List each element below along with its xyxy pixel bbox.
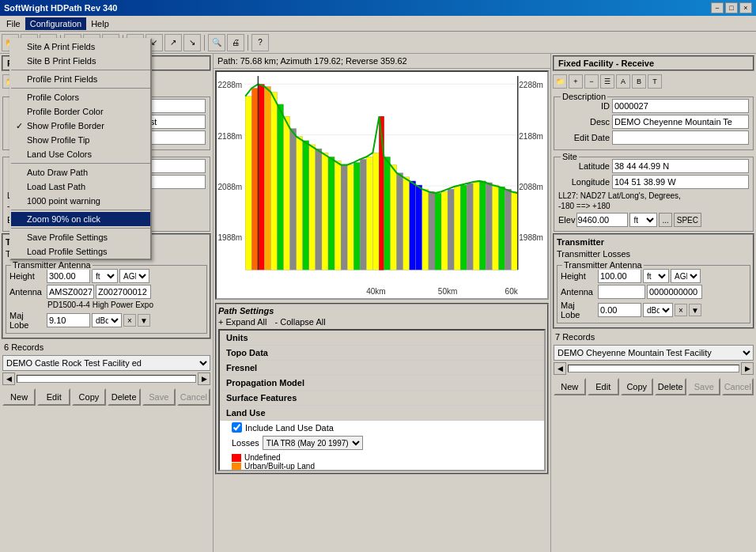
right-delete-button[interactable]: Delete — [655, 378, 687, 395]
losses-select[interactable]: TIA TR8 (May 20 1997) — [263, 436, 363, 450]
right-tb-folder[interactable]: 📁 — [553, 74, 567, 89]
toolbar-btn-help[interactable]: ? — [251, 34, 269, 51]
menu-configuration[interactable]: Configuration — [25, 17, 86, 30]
right-id-input[interactable] — [612, 99, 749, 113]
right-lon-input[interactable] — [612, 175, 749, 189]
left-majlobe-x-btn[interactable]: × — [123, 314, 136, 327]
right-height-ref-select[interactable]: AGLAMSL — [671, 269, 701, 283]
right-elev-input[interactable] — [576, 213, 628, 227]
collapse-all-link[interactable]: - Collapse All — [274, 317, 325, 327]
right-majlobe-x-btn[interactable]: × — [675, 304, 687, 316]
left-height-ref-select[interactable]: AGLAMSL — [119, 269, 149, 283]
menu-show-profile-border[interactable]: Show Profile Border — [11, 119, 150, 133]
left-nav-left[interactable]: ◀ — [2, 372, 15, 385]
menu-site-b-print[interactable]: Site B Print Fields — [11, 54, 150, 68]
right-nav-left[interactable]: ◀ — [554, 362, 566, 375]
right-lat-label: Latitude — [558, 161, 610, 171]
right-elev-unit-select[interactable]: ftm — [629, 213, 657, 227]
left-majlobe-down-btn[interactable]: ▼ — [138, 314, 150, 327]
menu-load-profile-settings[interactable]: Load Profile Settings — [11, 244, 150, 259]
left-majlobe-label: Maj Lobe — [9, 311, 45, 330]
sep-1 — [11, 70, 150, 70]
settings-propagation[interactable]: Propagation Model — [220, 376, 544, 391]
minimize-button[interactable]: − — [711, 2, 724, 13]
close-button[interactable]: × — [739, 2, 752, 13]
svg-rect-36 — [372, 153, 379, 270]
left-nav-track[interactable] — [17, 375, 196, 383]
chart-svg: 2288m 2188m 2088m 1988m 2288m 2188m 2088… — [217, 72, 547, 298]
svg-rect-49 — [454, 187, 460, 270]
right-antenna-input1[interactable] — [598, 285, 645, 299]
svg-text:40km: 40km — [366, 287, 386, 296]
toolbar-btn-print[interactable]: 🖨 — [227, 34, 244, 51]
settings-surface[interactable]: Surface Features — [220, 391, 544, 406]
menu-load-last-path[interactable]: Load Last Path — [11, 180, 150, 194]
expand-all-link[interactable]: + Expand All — [218, 317, 266, 327]
right-copy-button[interactable]: Copy — [621, 378, 653, 395]
right-tb-site-a[interactable]: A — [616, 74, 630, 89]
left-copy-button[interactable]: Copy — [72, 388, 105, 406]
menu-profile-colors[interactable]: Profile Colors — [11, 90, 150, 104]
left-new-button[interactable]: New — [2, 388, 36, 406]
menu-file[interactable]: File — [2, 17, 25, 30]
right-majlobe-down-btn[interactable]: ▼ — [689, 304, 701, 316]
right-height-input[interactable] — [598, 269, 641, 283]
landuse-include-checkbox[interactable] — [232, 422, 242, 433]
right-facility-select[interactable]: DEMO Cheyenne Mountain Test Facility — [554, 345, 754, 361]
settings-landuse[interactable]: Land Use — [220, 406, 544, 421]
left-antenna-label: Antenna — [9, 287, 45, 297]
settings-topo[interactable]: Topo Data — [220, 346, 544, 361]
svg-text:2088m: 2088m — [217, 183, 242, 191]
left-save-button[interactable]: Save — [142, 388, 176, 406]
toolbar-btn-9[interactable]: ↗ — [164, 34, 182, 51]
menu-show-profile-tip[interactable]: Show Profile Tip — [11, 133, 150, 147]
toolbar-btn-zoom[interactable]: 🔍 — [208, 34, 225, 51]
right-editdate-input[interactable] — [612, 130, 749, 145]
menu-1000-point-warning[interactable]: 1000 point warning — [11, 194, 150, 208]
maximize-button[interactable]: □ — [725, 2, 738, 13]
left-height-input[interactable] — [47, 269, 90, 283]
right-new-button[interactable]: New — [554, 378, 586, 395]
left-antenna-input2[interactable] — [96, 285, 151, 299]
right-antenna-input2[interactable] — [647, 285, 702, 299]
right-tb-remove[interactable]: − — [584, 74, 599, 89]
menu-save-profile-settings[interactable]: Save Profile Settings — [11, 230, 150, 244]
sep-3 — [11, 163, 150, 164]
left-edit-button[interactable]: Edit — [37, 388, 70, 406]
left-height-unit-select[interactable]: ftm — [92, 269, 118, 283]
settings-fresnel[interactable]: Fresnel — [220, 361, 544, 376]
menu-profile-border-color[interactable]: Profile Border Color — [11, 104, 150, 119]
right-edit-button[interactable]: Edit — [588, 378, 620, 395]
menu-site-a-print[interactable]: Site A Print Fields — [11, 40, 150, 54]
right-save-button[interactable]: Save — [688, 378, 720, 395]
menu-land-use-colors[interactable]: Land Use Colors — [11, 147, 150, 161]
right-nav-track[interactable] — [568, 365, 739, 372]
left-majlobe-input[interactable] — [47, 313, 90, 327]
menu-zoom-90[interactable]: Zoom 90% on click — [11, 212, 150, 226]
menu-auto-draw-path[interactable]: Auto Draw Path — [11, 165, 150, 180]
right-majlobe-unit-select[interactable]: dBddBi — [643, 303, 673, 317]
right-tb-add[interactable]: + — [569, 74, 583, 89]
right-nav-right[interactable]: ▶ — [741, 362, 754, 375]
left-antenna-input1[interactable] — [47, 285, 94, 299]
right-desc-input[interactable] — [612, 115, 749, 129]
right-tb-list[interactable]: ☰ — [600, 74, 614, 89]
right-lat-input[interactable] — [612, 159, 749, 173]
left-facility-select[interactable]: DEMO Castle Rock Test Facility ed — [2, 355, 210, 371]
menu-profile-print[interactable]: Profile Print Fields — [11, 72, 150, 86]
left-delete-button[interactable]: Delete — [108, 388, 141, 406]
settings-units[interactable]: Units — [220, 331, 544, 346]
menu-help[interactable]: Help — [86, 17, 114, 30]
right-tb-site-b[interactable]: B — [632, 74, 646, 89]
right-height-row: Height ftm AGLAMSL — [561, 269, 747, 283]
left-nav-right[interactable]: ▶ — [198, 372, 210, 385]
left-majlobe-unit-select[interactable]: dBddBi — [92, 313, 122, 327]
right-spec-button[interactable]: SPEC — [674, 213, 701, 227]
right-majlobe-input[interactable] — [598, 303, 641, 317]
right-height-unit-select[interactable]: ftm — [643, 269, 669, 283]
right-tb-antenna[interactable]: T — [648, 74, 662, 89]
right-elev-dots[interactable]: ... — [659, 213, 671, 227]
right-cancel-button[interactable]: Cancel — [722, 378, 754, 395]
toolbar-btn-10[interactable]: ↘ — [183, 34, 201, 51]
left-cancel-button[interactable]: Cancel — [177, 388, 210, 406]
